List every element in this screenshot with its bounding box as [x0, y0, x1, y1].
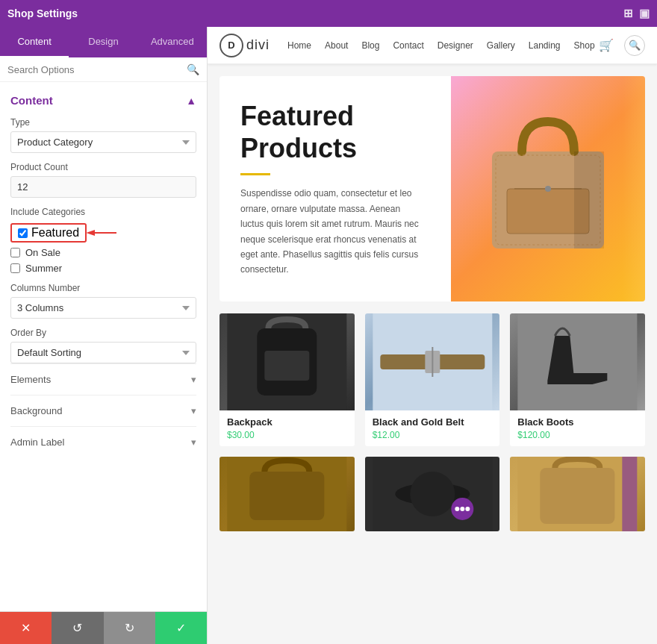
svg-rect-26 [541, 468, 615, 524]
nav-gallery[interactable]: Gallery [487, 40, 515, 51]
hero-section: FeaturedProducts Suspendisse odio quam, … [219, 76, 645, 301]
belt-image [365, 313, 500, 410]
search-bar: 🔍 [0, 57, 207, 82]
summer-item: Summer [10, 263, 196, 274]
svg-rect-27 [623, 457, 638, 531]
hero-divider [240, 173, 270, 175]
window-title: Shop Settings [7, 7, 623, 19]
elements-chevron: ▾ [191, 374, 196, 385]
cancel-button[interactable]: ✕ [0, 612, 52, 644]
svg-rect-15 [518, 313, 638, 410]
nav-about[interactable]: About [325, 40, 348, 51]
undo-button[interactable]: ↺ [52, 612, 103, 644]
order-by-label: Order By [10, 328, 196, 338]
cart-icon[interactable]: 🛒 [599, 38, 614, 52]
summer-checkbox[interactable] [10, 263, 20, 273]
boots-image [510, 313, 645, 410]
product-count-field: Product Count [10, 162, 196, 198]
nav-blog[interactable]: Blog [361, 40, 379, 51]
hero-description: Suspendisse odio quam, consectetur et le… [240, 186, 420, 277]
product-count-label: Product Count [10, 162, 196, 172]
nav-search-button[interactable]: 🔍 [624, 35, 645, 56]
nav-landing[interactable]: Landing [529, 40, 561, 51]
background-section[interactable]: Background ▾ [10, 395, 196, 426]
featured-label: Featured [31, 226, 79, 240]
backpack-image [219, 313, 355, 410]
backpack-name: Backpack [227, 416, 347, 428]
svg-point-24 [465, 507, 470, 511]
tab-content[interactable]: Content [0, 27, 69, 57]
nav-shop[interactable]: Shop [574, 40, 595, 51]
logo-text: divi [246, 37, 270, 53]
bottom-products-grid [219, 457, 645, 531]
search-icon: 🔍 [187, 63, 199, 75]
include-categories-label: Include Categories [10, 207, 196, 217]
right-panel: D divi Home About Blog Contact Designer … [208, 27, 657, 644]
divi-nav: D divi Home About Blog Contact Designer … [208, 27, 657, 64]
include-categories-field: Include Categories Featured [10, 207, 196, 274]
svg-rect-10 [264, 351, 309, 381]
logo-circle: D [219, 34, 243, 57]
top-bar-icons: ⊞ ▣ [623, 7, 650, 20]
redo-button[interactable]: ↻ [104, 612, 155, 644]
hero-text: FeaturedProducts Suspendisse odio quam, … [219, 76, 451, 301]
svg-point-22 [455, 507, 459, 511]
columns-number-label: Columns Number [10, 283, 196, 293]
search-input[interactable] [7, 64, 187, 75]
bottom3-image [510, 457, 645, 531]
belt-info: Black and Gold Belt $12.00 [365, 410, 500, 446]
type-label: Type [10, 117, 196, 128]
hero-image [451, 76, 645, 301]
svg-rect-17 [249, 472, 324, 520]
tab-advanced[interactable]: Advanced [138, 27, 207, 57]
order-by-select[interactable]: Default Sorting Date Price Rating Popula… [10, 342, 196, 363]
boots-name: Black Boots [517, 416, 638, 428]
svg-point-23 [460, 507, 464, 511]
type-select[interactable]: Product Category Product Tag Recent Prod… [10, 131, 196, 153]
window-icon-2[interactable]: ▣ [639, 7, 650, 20]
elements-section[interactable]: Elements ▾ [10, 363, 196, 395]
content-section-title: Content [10, 94, 53, 107]
svg-rect-7 [574, 151, 604, 248]
belt-name: Black and Gold Belt [373, 416, 493, 428]
window-icon-1[interactable]: ⊞ [623, 7, 633, 20]
save-icon: ✓ [176, 621, 186, 635]
svg-point-5 [545, 186, 551, 192]
background-chevron: ▾ [191, 405, 196, 416]
tabs: Content Design Advanced [0, 27, 207, 57]
product-belt: Black and Gold Belt $12.00 [365, 313, 500, 446]
backpack-info: Backpack $30.00 [219, 410, 355, 446]
main-layout: Content Design Advanced 🔍 Content ▲ Type… [0, 27, 657, 644]
bottom2-image [365, 457, 500, 531]
product-count-input[interactable] [10, 176, 196, 198]
product-bottom3 [510, 457, 645, 531]
panel-content: Content ▲ Type Product Category Product … [0, 82, 207, 611]
on-sale-item: On Sale [10, 247, 196, 258]
nav-home[interactable]: Home [287, 40, 311, 51]
content-section-header: Content ▲ [10, 94, 196, 107]
columns-number-select[interactable]: 1 Column 2 Columns 3 Columns 4 Columns 5… [10, 297, 196, 319]
admin-label-label: Admin Label [10, 437, 64, 448]
summer-label: Summer [25, 263, 62, 274]
backpack-price: $30.00 [227, 430, 347, 440]
on-sale-checkbox[interactable] [10, 248, 20, 257]
featured-checkbox-container: Featured [10, 223, 87, 243]
svg-point-20 [410, 472, 455, 516]
content-section-toggle[interactable]: ▲ [186, 95, 196, 107]
featured-checkbox[interactable] [18, 228, 28, 238]
type-field: Type Product Category Product Tag Recent… [10, 117, 196, 153]
top-bar: Shop Settings ⊞ ▣ [0, 0, 657, 27]
tab-design[interactable]: Design [69, 27, 137, 57]
save-button[interactable]: ✓ [155, 612, 207, 644]
product-backpack: Backpack $30.00 [219, 313, 355, 446]
nav-contact[interactable]: Contact [393, 40, 423, 51]
annotation-arrow [87, 222, 131, 244]
redo-icon: ↻ [125, 621, 134, 635]
cancel-icon: ✕ [21, 621, 31, 635]
admin-label-section[interactable]: Admin Label ▾ [10, 426, 196, 457]
left-panel: Content Design Advanced 🔍 Content ▲ Type… [0, 27, 208, 644]
product-bottom2 [365, 457, 500, 531]
divi-logo[interactable]: D divi [219, 34, 270, 57]
nav-designer[interactable]: Designer [438, 40, 473, 51]
bottom-bar: ✕ ↺ ↻ ✓ [0, 611, 207, 644]
